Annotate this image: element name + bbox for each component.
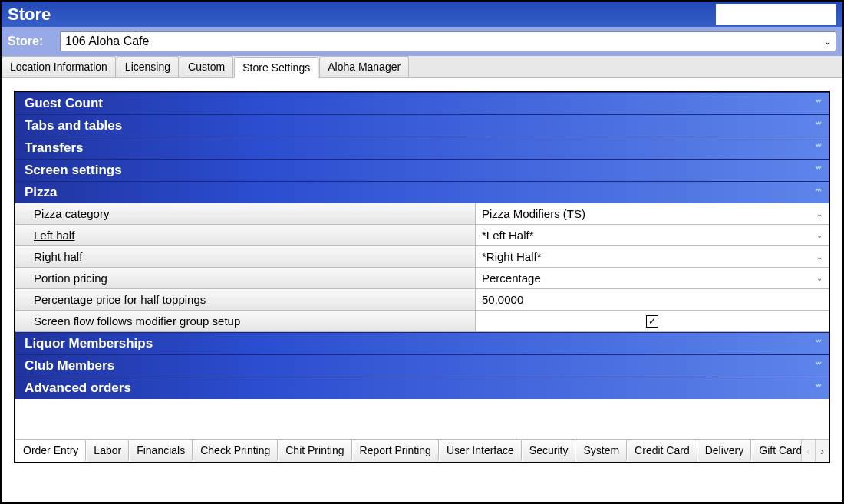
tab-store-settings[interactable]: Store Settings xyxy=(234,57,318,78)
subtab-gift-card[interactable]: Gift Card xyxy=(751,440,801,462)
subtab-order-entry[interactable]: Order Entry xyxy=(15,440,86,462)
expand-down-icon: ˅˅ xyxy=(815,383,819,394)
row-pizza-category: Pizza category Pizza Modifiers (TS) ⌄ xyxy=(15,203,829,225)
bottom-tab-scroll-area: Order Entry Labor Financials Check Print… xyxy=(15,440,801,462)
subtab-check-printing[interactable]: Check Printing xyxy=(193,440,278,462)
content-outer: Guest Count ˅˅ Tabs and tables ˅˅ Transf… xyxy=(2,78,842,476)
portion-pricing-dropdown[interactable]: Percentage ⌄ xyxy=(476,268,829,288)
section-label: Liquor Memberships xyxy=(25,336,153,351)
page-title: Store xyxy=(8,5,51,25)
chevron-down-icon: ⌄ xyxy=(816,274,823,282)
expand-down-icon: ˅˅ xyxy=(815,120,819,132)
row-screen-flow: Screen flow follows modifier group setup… xyxy=(15,311,829,332)
tab-aloha-manager[interactable]: Aloha Manager xyxy=(319,56,409,77)
subtab-security[interactable]: Security xyxy=(522,440,576,462)
tab-licensing[interactable]: Licensing xyxy=(117,56,179,77)
section-club-members[interactable]: Club Members ˅˅ xyxy=(15,354,829,377)
subtab-user-interface[interactable]: User Interface xyxy=(439,440,522,462)
settings-panel: Guest Count ˅˅ Tabs and tables ˅˅ Transf… xyxy=(14,91,830,463)
subtab-credit-card[interactable]: Credit Card xyxy=(627,440,697,462)
section-pizza[interactable]: Pizza ˄˄ xyxy=(15,181,829,203)
left-half-dropdown[interactable]: *Left Half* ⌄ xyxy=(476,225,829,245)
prop-value: Pizza Modifiers (TS) xyxy=(482,207,585,220)
prop-value: 50.0000 xyxy=(482,293,523,306)
section-label: Transfers xyxy=(25,140,84,156)
prop-label: Pizza category xyxy=(15,203,476,224)
tab-location-information[interactable]: Location Information xyxy=(2,56,116,77)
store-select-row: Store: 106 Aloha Cafe ⌄ xyxy=(2,27,842,56)
prop-label: Right half xyxy=(15,246,476,267)
scroll-right-icon[interactable]: › xyxy=(815,440,829,462)
pizza-category-dropdown[interactable]: Pizza Modifiers (TS) ⌄ xyxy=(476,203,829,224)
prop-value: *Right Half* xyxy=(482,250,542,263)
bottom-tab-strip: Order Entry Labor Financials Check Print… xyxy=(15,439,829,462)
prop-label: Portion pricing xyxy=(15,268,476,288)
percentage-price-input[interactable]: 50.0000 xyxy=(476,289,829,310)
section-label: Pizza xyxy=(25,185,58,200)
row-left-half: Left half *Left Half* ⌄ xyxy=(15,225,829,246)
store-label: Store: xyxy=(8,35,54,48)
subtab-labor[interactable]: Labor xyxy=(86,440,129,462)
subtab-financials[interactable]: Financials xyxy=(129,440,193,462)
subtab-delivery[interactable]: Delivery xyxy=(697,440,752,462)
collapse-up-icon: ˄˄ xyxy=(815,187,819,199)
subtab-chit-printing[interactable]: Chit Printing xyxy=(278,440,351,462)
row-portion-pricing: Portion pricing Percentage ⌄ xyxy=(15,268,829,289)
section-label: Tabs and tables xyxy=(25,118,122,133)
section-label: Club Members xyxy=(25,358,114,374)
section-advanced-orders[interactable]: Advanced orders ˅˅ xyxy=(15,377,829,399)
right-half-dropdown[interactable]: *Right Half* ⌄ xyxy=(476,246,829,267)
expand-down-icon: ˅˅ xyxy=(815,98,819,110)
title-right-box xyxy=(716,4,836,25)
section-label: Guest Count xyxy=(25,96,103,111)
chevron-down-icon: ⌄ xyxy=(816,209,823,218)
scroll-left-icon[interactable]: ‹ xyxy=(801,440,815,462)
section-liquor-memberships[interactable]: Liquor Memberships ˅˅ xyxy=(15,332,829,354)
store-dropdown[interactable]: 106 Aloha Cafe ⌄ xyxy=(60,31,836,51)
top-tab-strip: Location Information Licensing Custom St… xyxy=(2,56,842,78)
subtab-report-printing[interactable]: Report Printing xyxy=(352,440,439,462)
chevron-down-icon: ⌄ xyxy=(824,37,831,47)
screen-flow-checkbox-cell: ✓ xyxy=(476,311,829,331)
chevron-down-icon: ⌄ xyxy=(816,231,823,239)
screen-flow-checkbox[interactable]: ✓ xyxy=(646,315,658,328)
section-transfers[interactable]: Transfers ˅˅ xyxy=(15,137,829,159)
prop-label: Percentage price for half toppings xyxy=(15,289,476,310)
store-dropdown-value: 106 Aloha Cafe xyxy=(65,35,149,48)
tab-custom[interactable]: Custom xyxy=(180,56,233,77)
section-tabs-tables[interactable]: Tabs and tables ˅˅ xyxy=(15,114,829,137)
section-screen-settings[interactable]: Screen settings ˅˅ xyxy=(15,159,829,181)
section-label: Screen settings xyxy=(25,163,122,178)
prop-label: Screen flow follows modifier group setup xyxy=(15,311,476,331)
subtab-system[interactable]: System xyxy=(575,440,627,462)
expand-down-icon: ˅˅ xyxy=(815,143,819,154)
accordion-area: Guest Count ˅˅ Tabs and tables ˅˅ Transf… xyxy=(15,92,829,439)
prop-value: Percentage xyxy=(482,272,541,285)
chevron-down-icon: ⌄ xyxy=(816,252,823,261)
row-percentage-price: Percentage price for half toppings 50.00… xyxy=(15,289,829,311)
section-label: Advanced orders xyxy=(25,380,131,396)
expand-down-icon: ˅˅ xyxy=(815,361,819,372)
title-bar: Store xyxy=(2,2,842,27)
expand-down-icon: ˅˅ xyxy=(815,338,819,350)
prop-value: *Left Half* xyxy=(482,229,534,242)
section-guest-count[interactable]: Guest Count ˅˅ xyxy=(15,92,829,114)
prop-label: Left half xyxy=(15,225,476,245)
expand-down-icon: ˅˅ xyxy=(815,165,819,176)
row-right-half: Right half *Right Half* ⌄ xyxy=(15,246,829,268)
